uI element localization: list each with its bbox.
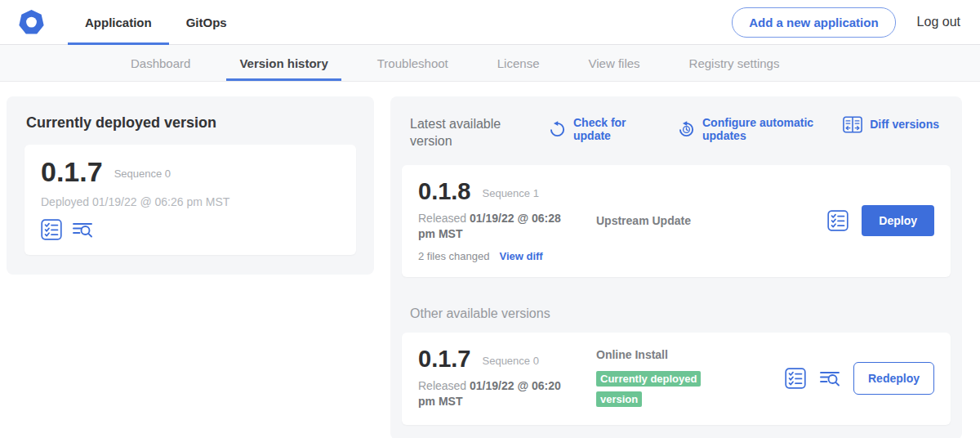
diff-versions-label: Diff versions [870, 118, 939, 131]
released-prefix: Released [418, 212, 466, 225]
other-version-number: 0.1.7 [418, 347, 471, 371]
release-source-label: Online Install [596, 348, 785, 361]
current-version-number: 0.1.7 [41, 158, 103, 185]
latest-version-number: 0.1.8 [418, 180, 471, 203]
subnav-item-troubleshoot[interactable]: Troubleshoot [353, 45, 473, 81]
tab-gitops-label: GitOps [186, 16, 227, 29]
subnav-item-version-history[interactable]: Version history [215, 45, 352, 81]
preflight-checks-icon[interactable] [827, 210, 849, 231]
refresh-icon [549, 121, 566, 138]
currently-deployed-title: Currently deployed version [26, 114, 356, 132]
add-new-application-button[interactable]: Add a new application [732, 7, 895, 38]
check-for-update-link[interactable]: Check for update [549, 116, 632, 142]
subnav-item-view-files[interactable]: View files [564, 45, 664, 81]
currently-deployed-panel: Currently deployed version 0.1.7 Sequenc… [7, 96, 374, 275]
current-deployed-timestamp: Deployed 01/19/22 @ 06:26 pm MST [41, 195, 340, 208]
currently-deployed-badge: Currently deployed version [596, 371, 701, 407]
current-version-sequence: Sequence 0 [114, 163, 171, 180]
latest-released-timestamp: Released 01/19/22 @ 06:28 pm MST [418, 211, 580, 243]
subnav-item-registry-settings[interactable]: Registry settings [665, 45, 804, 81]
released-prefix: Released [418, 379, 466, 392]
files-changed-label: 2 files changed [418, 250, 489, 262]
other-available-versions-title: Other available versions [402, 306, 951, 321]
split-diff-icon [843, 116, 862, 133]
latest-version-sequence: Sequence 1 [483, 183, 539, 199]
tab-application-label: Application [85, 16, 152, 29]
subnav-item-license[interactable]: License [473, 45, 564, 81]
clock-refresh-icon [678, 121, 695, 138]
configure-automatic-updates-link[interactable]: Configure automatic updates [678, 116, 843, 142]
release-source-label: Upstream Update [596, 214, 827, 227]
preflight-checks-icon[interactable] [785, 368, 806, 389]
subnav-item-dashboard[interactable]: Dashboard [106, 45, 215, 81]
view-logs-icon[interactable] [819, 368, 840, 389]
other-version-sequence: Sequence 0 [483, 351, 539, 367]
main-content: Currently deployed version 0.1.7 Sequenc… [0, 82, 980, 438]
version-history-panel: Latest available version Check for updat… [390, 96, 962, 438]
other-released-timestamp: Released 01/19/22 @ 06:20 pm MST [418, 378, 580, 410]
app-subnav: Dashboard Version history Troubleshoot L… [0, 45, 980, 82]
configure-automatic-updates-label: Configure automatic updates [702, 116, 843, 142]
view-diff-link[interactable]: View diff [499, 250, 542, 262]
tab-gitops[interactable]: GitOps [169, 0, 244, 45]
app-logo-icon[interactable] [18, 9, 45, 36]
view-logs-icon[interactable] [72, 219, 93, 240]
top-navbar: Application GitOps Add a new application… [0, 0, 980, 45]
latest-available-title: Latest available version [410, 116, 532, 150]
redeploy-button[interactable]: Redeploy [853, 362, 934, 395]
diff-versions-link[interactable]: Diff versions [843, 116, 939, 133]
top-tabs: Application GitOps [68, 0, 244, 45]
logout-link[interactable]: Log out [917, 15, 960, 29]
latest-version-header: Latest available version Check for updat… [402, 110, 951, 150]
preflight-checks-icon[interactable] [41, 219, 62, 240]
latest-release-card: 0.1.8 Sequence 1 Released 01/19/22 @ 06:… [402, 165, 951, 277]
other-release-card: 0.1.7 Sequence 0 Released 01/19/22 @ 06:… [402, 333, 951, 425]
check-for-update-label: Check for update [573, 116, 632, 142]
currently-deployed-card: 0.1.7 Sequence 0 Deployed 01/19/22 @ 06:… [24, 145, 356, 255]
deploy-button[interactable]: Deploy [862, 205, 934, 236]
tab-application[interactable]: Application [68, 0, 169, 45]
